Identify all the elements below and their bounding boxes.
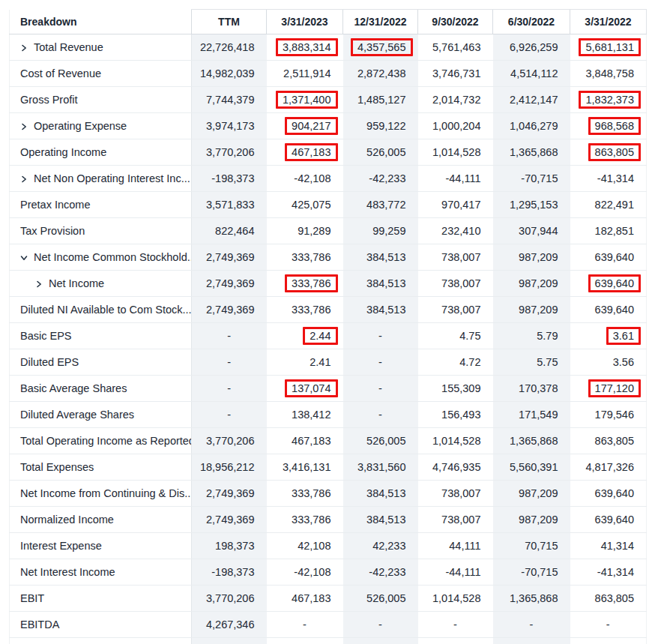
row-label-cell: Pretax Income	[10, 192, 192, 218]
highlight-box: 3.61	[606, 327, 641, 345]
value-cell: 1,365,868	[493, 586, 570, 612]
value-cell: -	[267, 612, 343, 638]
value-cell: 2,749,369	[192, 481, 267, 507]
row-label: Diluted NI Available to Com Stock...	[20, 304, 192, 316]
chevron-right-icon[interactable]	[35, 280, 43, 288]
row-label-cell[interactable]: Operating Expense	[10, 113, 192, 139]
highlight-box: 904,217	[285, 117, 337, 135]
value-cell: 5,681,131	[570, 34, 647, 61]
highlight-box: 968,568	[588, 117, 641, 135]
value-cell: 42,108	[267, 533, 343, 559]
row-label: Net Income	[49, 278, 104, 290]
value-cell: 1,485,127	[343, 87, 418, 113]
value-cell: 384,513	[343, 297, 418, 323]
value-cell: 5,761,463	[418, 34, 493, 61]
value-cell: 384,513	[343, 244, 418, 271]
value-cell: 3,416,131	[267, 454, 343, 481]
highlight-box: 1,371,400	[276, 91, 338, 109]
value-cell: 2.41	[267, 349, 343, 376]
value-cell: 5,560,391	[493, 454, 570, 481]
column-header-3-31-2022: 3/31/2022	[570, 10, 647, 34]
value-cell: 2,749,369	[192, 507, 267, 533]
value-cell: -	[570, 612, 647, 638]
table-row: Tax Provision822,46491,28999,259232,4103…	[10, 218, 647, 244]
row-label: Net Non Operating Interest Inc...	[34, 173, 190, 185]
value-cell: 863,805	[570, 586, 647, 612]
value-cell: 3,883,314	[267, 34, 343, 61]
value-cell: 987,209	[493, 244, 570, 271]
table-row: Diluted Average Shares-138,412-156,49317…	[10, 402, 647, 428]
value-cell: 44,111	[418, 533, 493, 559]
header-row: Breakdown TTM 3/31/2023 12/31/2022 9/30/…	[10, 10, 647, 34]
value-cell: 1,014,528	[418, 428, 493, 454]
row-label: Net Income Common Stockhold...	[34, 252, 192, 264]
value-cell: -198,373	[192, 166, 267, 192]
chevron-right-icon[interactable]	[20, 44, 28, 52]
row-label-cell: Basic Average Shares	[10, 376, 192, 402]
highlight-box: 467,183	[285, 143, 337, 161]
row-label-cell: Normalized Income	[10, 507, 192, 533]
value-cell: 156,493	[418, 402, 493, 428]
column-header-9-30-2022: 9/30/2022	[418, 10, 493, 34]
value-cell: 333,786	[267, 297, 343, 323]
highlight-box: 2.44	[303, 327, 337, 345]
value-cell: 232,410	[418, 218, 493, 244]
value-cell: 822,464	[192, 218, 267, 244]
value-cell: 3.61	[570, 323, 647, 349]
value-cell: 177,120	[570, 376, 647, 402]
value-cell: 2,749,369	[192, 271, 267, 297]
value-cell: 639,640	[570, 507, 647, 533]
value-cell: 384,513	[343, 481, 418, 507]
row-label-cell: Net Income from Continuing & Dis...	[10, 481, 192, 507]
value-cell: 6,926,259	[493, 34, 570, 61]
chevron-right-icon[interactable]	[20, 175, 28, 183]
chevron-right-icon[interactable]	[20, 123, 28, 130]
value-cell: -42,233	[343, 559, 418, 586]
value-cell: 1,365,868	[493, 428, 570, 454]
value-cell: -	[343, 376, 418, 402]
value-cell: 1,014,528	[418, 586, 493, 612]
highlight-box: 1,832,373	[579, 91, 641, 109]
value-cell: 526,005	[343, 139, 418, 166]
value-cell: 467,183	[267, 139, 343, 166]
value-cell: 182,851	[570, 218, 647, 244]
row-label: Operating Expense	[34, 121, 127, 133]
column-header-6-30-2022: 6/30/2022	[493, 10, 570, 34]
row-label-cell: Net Interest Income	[10, 559, 192, 586]
table-row: Cost of Revenue14,982,0392,511,9142,872,…	[10, 61, 647, 87]
value-cell: 3.56	[570, 349, 647, 376]
row-label-cell: Diluted NI Available to Com Stock...	[10, 297, 192, 323]
value-cell: 1,014,528	[418, 139, 493, 166]
table-row: Pretax Income3,571,833425,075483,772970,…	[10, 192, 647, 218]
value-cell: 307,944	[493, 218, 570, 244]
row-label: Interest Expense	[20, 541, 102, 553]
table-row: EBIT3,770,206467,183526,0051,014,5281,36…	[10, 586, 647, 612]
value-cell: 3,848,758	[570, 61, 647, 87]
table-row: Net Income from Continuing & Dis...2,749…	[10, 481, 647, 507]
row-label-cell[interactable]: Net Income Common Stockhold...	[10, 244, 192, 271]
table-row: Total Operating Income as Reported3,770,…	[10, 428, 647, 454]
chevron-down-icon[interactable]	[20, 254, 28, 262]
highlight-box: 3,883,314	[276, 38, 338, 56]
value-cell: -	[192, 323, 267, 349]
value-cell: -42,108	[267, 559, 343, 586]
value-cell: 467,183	[267, 428, 343, 454]
value-cell: 4,357,565	[343, 34, 418, 61]
row-label-cell: Total Operating Income as Reported	[10, 428, 192, 454]
row-label-cell[interactable]: Net Income	[10, 271, 192, 297]
highlight-box: 639,640	[588, 274, 641, 292]
table-row: Operating Expense3,974,173904,217959,122…	[10, 113, 647, 139]
table-header: Breakdown TTM 3/31/2023 12/31/2022 9/30/…	[10, 10, 647, 34]
value-cell: 5.79	[493, 323, 570, 349]
highlight-box: 5,681,131	[579, 38, 641, 56]
value-cell: 3,571,833	[192, 192, 267, 218]
value-cell: 4,817,326	[570, 454, 647, 481]
value-cell: -	[343, 349, 418, 376]
row-label-cell[interactable]: Net Non Operating Interest Inc...	[10, 166, 192, 192]
column-header-12-31-2022: 12/31/2022	[343, 10, 418, 34]
value-cell: 987,209	[493, 271, 570, 297]
highlight-box: 137,074	[285, 379, 337, 397]
row-label-cell[interactable]: Total Revenue	[10, 34, 192, 61]
value-cell: 2,014,732	[418, 87, 493, 113]
row-label: EBIT	[20, 593, 44, 605]
